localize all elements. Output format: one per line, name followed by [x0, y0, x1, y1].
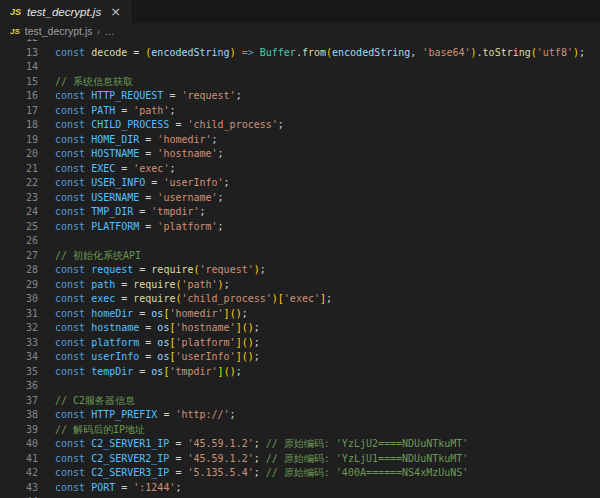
line-number: 28: [0, 263, 38, 278]
js-file-icon: JS: [10, 27, 20, 36]
close-icon[interactable]: ×: [110, 5, 121, 18]
code-editor[interactable]: 1213const decode = (encodedString) => Bu…: [0, 39, 600, 498]
line-number: 21: [0, 162, 38, 177]
line-number: 20: [0, 147, 38, 162]
code-line-content: const USER_INFO = 'userInfo';: [38, 176, 230, 191]
code-line-content: // C2服务器信息: [38, 394, 135, 409]
breadcrumb: JS test_decrypt.js › …: [0, 23, 600, 39]
line-number: 34: [0, 350, 38, 365]
tab-bar: JS test_decrypt.js ×: [0, 0, 600, 23]
code-line[interactable]: 38const HTTP_PREFIX = 'http://';: [0, 408, 600, 423]
code-line[interactable]: 29const path = require('path');: [0, 278, 600, 293]
code-line[interactable]: 17const PATH = 'path';: [0, 104, 600, 119]
code-line[interactable]: 13const decode = (encodedString) => Buff…: [0, 46, 600, 61]
code-line-content: const HTTP_REQUEST = 'request';: [38, 89, 242, 104]
line-number: 24: [0, 205, 38, 220]
code-line-content: const platform = os['platform']();: [38, 336, 260, 351]
line-number: 23: [0, 191, 38, 206]
code-line[interactable]: 32const hostname = os['hostname']();: [0, 321, 600, 336]
code-line-content: const homeDir = os['homedir']();: [38, 307, 248, 322]
code-line[interactable]: 21const EXEC = 'exec';: [0, 162, 600, 177]
code-line[interactable]: 15// 系统信息获取: [0, 75, 600, 90]
line-number: 38: [0, 408, 38, 423]
code-line[interactable]: 31const homeDir = os['homedir']();: [0, 307, 600, 322]
code-line-content: const path = require('path');: [38, 278, 230, 293]
line-number: 16: [0, 89, 38, 104]
code-line[interactable]: 23const USERNAME = 'username';: [0, 191, 600, 206]
line-number: 37: [0, 394, 38, 409]
code-line[interactable]: 36: [0, 379, 600, 394]
line-number: 40: [0, 437, 38, 452]
code-line[interactable]: 35const tempDir = os['tmpdir']();: [0, 365, 600, 380]
code-line[interactable]: 30const exec = require('child_process')[…: [0, 292, 600, 307]
code-line-content: const C2_SERVER3_IP = '5.135.5.4'; // 原始…: [38, 466, 468, 481]
line-number: 26: [0, 234, 38, 249]
code-line[interactable]: 14: [0, 60, 600, 75]
code-line[interactable]: 33const platform = os['platform']();: [0, 336, 600, 351]
code-line-content: // 系统信息获取: [38, 75, 133, 90]
code-line[interactable]: 20const HOSTNAME = 'hostname';: [0, 147, 600, 162]
code-line-content: const USERNAME = 'username';: [38, 191, 224, 206]
code-line-content: [38, 234, 55, 249]
code-line-content: const HOME_DIR = 'homedir';: [38, 133, 218, 148]
code-line-content: const tempDir = os['tmpdir']();: [38, 365, 242, 380]
chevron-right-icon: ›: [97, 25, 101, 37]
code-line-content: const EXEC = 'exec';: [38, 162, 175, 177]
line-number: 39: [0, 423, 38, 438]
tab-title: test_decrypt.js: [27, 6, 101, 18]
line-number: 31: [0, 307, 38, 322]
line-number: 14: [0, 60, 38, 75]
line-number: 43: [0, 481, 38, 496]
code-line[interactable]: 40const C2_SERVER1_IP = '45.59.1.2'; // …: [0, 437, 600, 452]
line-number: 22: [0, 176, 38, 191]
line-number: 19: [0, 133, 38, 148]
line-number: 27: [0, 249, 38, 264]
breadcrumb-ellipsis[interactable]: …: [104, 25, 116, 37]
code-line[interactable]: 28const request = require('request');: [0, 263, 600, 278]
code-line-content: const hostname = os['hostname']();: [38, 321, 260, 336]
code-line[interactable]: 22const USER_INFO = 'userInfo';: [0, 176, 600, 191]
line-number: 41: [0, 452, 38, 467]
code-line[interactable]: 18const CHILD_PROCESS = 'child_process';: [0, 118, 600, 133]
code-line-content: // 解码后的IP地址: [38, 423, 145, 438]
breadcrumb-filename[interactable]: test_decrypt.js: [25, 25, 93, 37]
code-line[interactable]: 25const PLATFORM = 'platform';: [0, 220, 600, 235]
line-number: 25: [0, 220, 38, 235]
code-line[interactable]: 43const PORT = ':1244';: [0, 481, 600, 496]
code-line-content: const PORT = ':1244';: [38, 481, 181, 496]
code-line-content: const request = require('request');: [38, 263, 266, 278]
code-line[interactable]: 41const C2_SERVER2_IP = '45.59.1.2'; // …: [0, 452, 600, 467]
code-line-content: const HTTP_PREFIX = 'http://';: [38, 408, 236, 423]
js-file-icon: JS: [10, 7, 21, 17]
code-line-content: const C2_SERVER2_IP = '45.59.1.2'; // 原始…: [38, 452, 468, 467]
code-line[interactable]: 27// 初始化系统API: [0, 249, 600, 264]
code-line[interactable]: 34const userInfo = os['userInfo']();: [0, 350, 600, 365]
code-line[interactable]: 39// 解码后的IP地址: [0, 423, 600, 438]
code-line[interactable]: 42const C2_SERVER3_IP = '5.135.5.4'; // …: [0, 466, 600, 481]
code-line-content: const exec = require('child_process')['e…: [38, 292, 332, 307]
line-number: 13: [0, 46, 38, 61]
code-line[interactable]: 19const HOME_DIR = 'homedir';: [0, 133, 600, 148]
code-line[interactable]: 16const HTTP_REQUEST = 'request';: [0, 89, 600, 104]
line-number: 30: [0, 292, 38, 307]
code-line[interactable]: 37// C2服务器信息: [0, 394, 600, 409]
line-number: 32: [0, 321, 38, 336]
code-line[interactable]: 24const TMP_DIR = 'tmpdir';: [0, 205, 600, 220]
code-line-content: [38, 379, 55, 394]
line-number: 36: [0, 379, 38, 394]
code-line-content: const CHILD_PROCESS = 'child_process';: [38, 118, 284, 133]
code-lines: 1213const decode = (encodedString) => Bu…: [0, 39, 600, 498]
code-line[interactable]: 26: [0, 234, 600, 249]
line-number: 29: [0, 278, 38, 293]
code-line-content: const userInfo = os['userInfo']();: [38, 350, 260, 365]
line-number: 15: [0, 75, 38, 90]
code-line-content: const PATH = 'path';: [38, 104, 175, 119]
code-line-content: const decode = (encodedString) => Buffer…: [38, 46, 585, 61]
tab-test-decrypt-js[interactable]: JS test_decrypt.js ×: [0, 0, 131, 23]
line-number: 35: [0, 365, 38, 380]
code-line-content: const C2_SERVER1_IP = '45.59.1.2'; // 原始…: [38, 437, 468, 452]
code-line-content: const TMP_DIR = 'tmpdir';: [38, 205, 206, 220]
code-line-content: // 初始化系统API: [38, 249, 141, 264]
code-line-content: const HOSTNAME = 'hostname';: [38, 147, 224, 162]
line-number: 33: [0, 336, 38, 351]
